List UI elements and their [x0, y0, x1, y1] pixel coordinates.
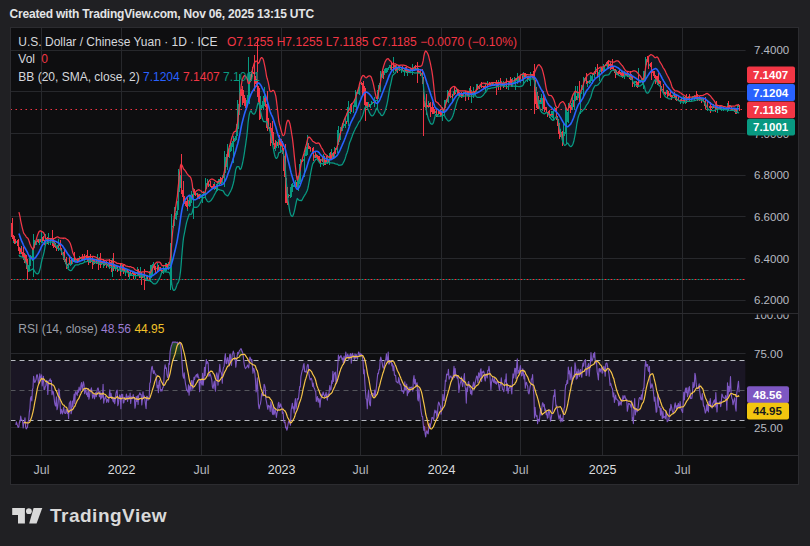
svg-text:7.4000: 7.4000 [754, 44, 789, 56]
svg-text:25.00: 25.00 [754, 422, 783, 434]
svg-text:6.2000: 6.2000 [754, 294, 789, 306]
svg-text:6.8000: 6.8000 [754, 169, 789, 181]
svg-text:Jul: Jul [353, 463, 369, 477]
svg-text:Created with TradingView.com,: Created with TradingView.com, Nov 06, 20… [10, 7, 315, 21]
svg-text:Vol 0: Vol 0 [18, 52, 48, 66]
svg-text:Jul: Jul [194, 463, 210, 477]
svg-text:2024: 2024 [428, 463, 456, 477]
svg-text:7.1185: 7.1185 [753, 104, 788, 116]
svg-text:TradingView: TradingView [50, 505, 167, 526]
svg-text:7.1407: 7.1407 [753, 69, 788, 81]
svg-text:6.6000: 6.6000 [754, 211, 789, 223]
svg-text:RSI (14, close) 48.56 44.95: RSI (14, close) 48.56 44.95 [18, 322, 164, 336]
svg-text:Jul: Jul [34, 463, 50, 477]
svg-text:2025: 2025 [589, 463, 617, 477]
svg-text:BB (20, SMA, close, 2) 7.1204: BB (20, SMA, close, 2) 7.1204 7.1407 7.1… [18, 70, 260, 84]
svg-text:7.1204: 7.1204 [753, 87, 789, 99]
svg-text:2023: 2023 [268, 463, 296, 477]
svg-text:44.95: 44.95 [753, 405, 782, 417]
svg-text:7.1001: 7.1001 [753, 121, 789, 133]
svg-text:Jul: Jul [675, 463, 691, 477]
svg-text:48.56: 48.56 [753, 389, 782, 401]
svg-text:Jul: Jul [513, 463, 529, 477]
svg-text:U.S. Dollar / Chinese Yuan · 1: U.S. Dollar / Chinese Yuan · 1D · ICE O7… [18, 35, 517, 49]
svg-text:2022: 2022 [108, 463, 136, 477]
svg-text:75.00: 75.00 [754, 348, 783, 360]
svg-text:6.4000: 6.4000 [754, 253, 789, 265]
